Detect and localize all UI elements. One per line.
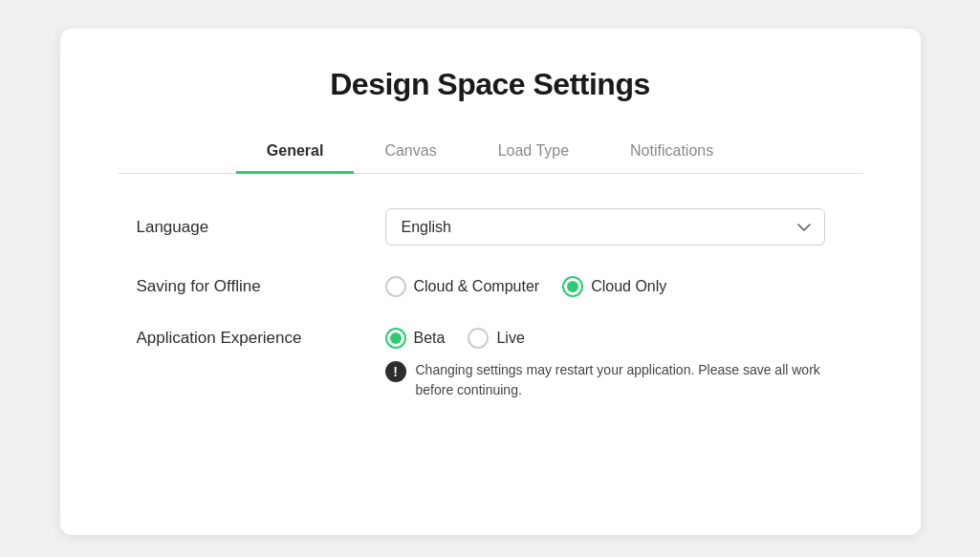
tab-canvas[interactable]: Canvas — [354, 131, 467, 174]
radio-cloud-computer[interactable]: Cloud & Computer — [385, 276, 540, 297]
radio-live[interactable]: Live — [468, 328, 524, 349]
radio-circle-cloud-only — [562, 276, 583, 297]
radio-label-beta: Beta — [414, 330, 446, 347]
tab-load-type[interactable]: Load Type — [468, 131, 599, 174]
saving-offline-radio-group: Cloud & Computer Cloud Only — [385, 276, 667, 297]
language-control: English Spanish French German Italian Po… — [385, 208, 844, 246]
settings-body: Language English Spanish French German I… — [118, 208, 863, 400]
radio-circle-live — [468, 328, 489, 349]
tab-general[interactable]: General — [236, 131, 355, 174]
warning-row: ! Changing settings may restart your app… — [137, 360, 844, 400]
app-experience-row: Application Experience Beta Live — [137, 328, 844, 349]
radio-circle-beta — [385, 328, 406, 349]
saving-offline-label: Saving for Offline — [137, 277, 385, 296]
saving-offline-row: Saving for Offline Cloud & Computer Clou… — [137, 276, 844, 297]
language-label: Language — [137, 218, 385, 237]
language-select[interactable]: English Spanish French German Italian Po… — [385, 208, 825, 246]
warning-text: Changing settings may restart your appli… — [416, 360, 844, 400]
radio-circle-cloud-computer — [385, 276, 406, 297]
radio-cloud-only[interactable]: Cloud Only — [562, 276, 666, 297]
page-title: Design Space Settings — [118, 67, 863, 102]
tab-notifications[interactable]: Notifications — [599, 131, 744, 174]
tabs-container: General Canvas Load Type Notifications — [118, 131, 863, 174]
radio-beta[interactable]: Beta — [385, 328, 446, 349]
language-row: Language English Spanish French German I… — [137, 208, 844, 246]
app-experience-label: Application Experience — [137, 329, 385, 348]
app-experience-control: Beta Live — [385, 328, 844, 349]
radio-label-cloud-only: Cloud Only — [591, 278, 666, 295]
radio-label-cloud-computer: Cloud & Computer — [414, 278, 540, 295]
settings-panel: Design Space Settings General Canvas Loa… — [60, 29, 921, 535]
warning-icon: ! — [385, 361, 406, 382]
saving-offline-control: Cloud & Computer Cloud Only — [385, 276, 844, 297]
app-experience-radio-group: Beta Live — [385, 328, 525, 349]
radio-label-live: Live — [496, 330, 524, 347]
